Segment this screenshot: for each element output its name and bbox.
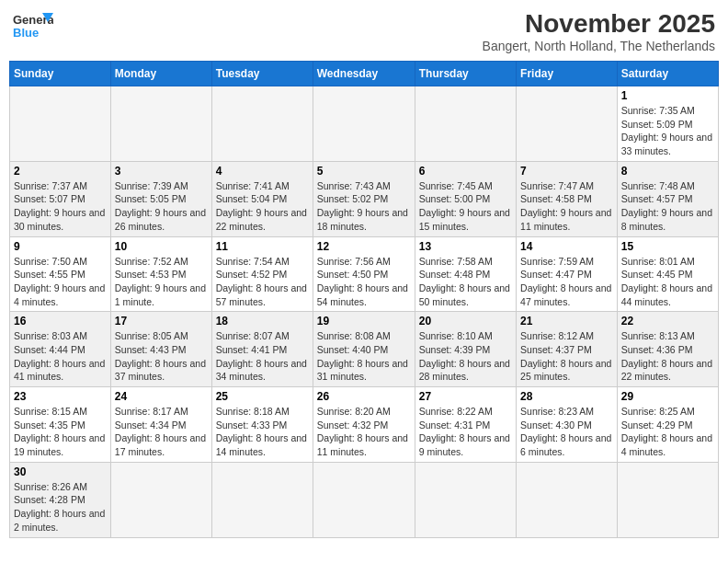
day-number: 28 xyxy=(520,390,613,403)
day-info: Sunrise: 8:17 AM Sunset: 4:34 PM Dayligh… xyxy=(115,405,208,459)
calendar-header-thursday: Thursday xyxy=(415,62,516,86)
day-info: Sunrise: 7:41 AM Sunset: 5:04 PM Dayligh… xyxy=(216,179,309,234)
day-info: Sunrise: 7:56 AM Sunset: 4:50 PM Dayligh… xyxy=(317,255,411,309)
calendar-day-cell: 20Sunrise: 8:10 AM Sunset: 4:39 PM Dayli… xyxy=(415,312,516,387)
day-info: Sunrise: 8:20 AM Sunset: 4:32 PM Dayligh… xyxy=(317,405,411,459)
calendar-day-cell: 1Sunrise: 7:35 AM Sunset: 5:09 PM Daylig… xyxy=(617,86,718,162)
day-number: 6 xyxy=(419,165,512,178)
calendar-header-row: SundayMondayTuesdayWednesdayThursdayFrid… xyxy=(10,62,719,86)
calendar-day-cell: 12Sunrise: 7:56 AM Sunset: 4:50 PM Dayli… xyxy=(313,236,415,312)
day-number: 20 xyxy=(419,315,512,327)
day-number: 14 xyxy=(520,240,613,253)
location-subtitle: Bangert, North Holland, The Netherlands xyxy=(483,39,715,53)
day-info: Sunrise: 7:43 AM Sunset: 5:02 PM Dayligh… xyxy=(317,179,411,234)
calendar-day-cell: 11Sunrise: 7:54 AM Sunset: 4:52 PM Dayli… xyxy=(211,236,313,312)
calendar-week-row: 16Sunrise: 8:03 AM Sunset: 4:44 PM Dayli… xyxy=(10,312,719,387)
calendar-day-cell xyxy=(211,86,313,162)
calendar-day-cell: 16Sunrise: 8:03 AM Sunset: 4:44 PM Dayli… xyxy=(10,312,111,387)
day-info: Sunrise: 8:05 AM Sunset: 4:43 PM Dayligh… xyxy=(115,329,208,384)
day-number: 24 xyxy=(115,390,208,403)
calendar-day-cell xyxy=(415,462,516,537)
calendar-day-cell: 15Sunrise: 8:01 AM Sunset: 4:45 PM Dayli… xyxy=(617,236,718,312)
calendar-day-cell: 13Sunrise: 7:58 AM Sunset: 4:48 PM Dayli… xyxy=(415,236,516,312)
day-info: Sunrise: 7:39 AM Sunset: 5:05 PM Dayligh… xyxy=(115,179,208,234)
day-number: 19 xyxy=(317,315,411,327)
calendar-day-cell xyxy=(313,86,415,162)
calendar-day-cell: 6Sunrise: 7:45 AM Sunset: 5:00 PM Daylig… xyxy=(415,161,516,236)
day-info: Sunrise: 8:03 AM Sunset: 4:44 PM Dayligh… xyxy=(14,329,107,384)
calendar-day-cell: 2Sunrise: 7:37 AM Sunset: 5:07 PM Daylig… xyxy=(10,161,111,236)
day-info: Sunrise: 7:58 AM Sunset: 4:48 PM Dayligh… xyxy=(419,255,512,309)
day-number: 18 xyxy=(216,315,309,327)
title-section: November 2025 Bangert, North Holland, Th… xyxy=(483,9,715,53)
calendar-day-cell: 25Sunrise: 8:18 AM Sunset: 4:33 PM Dayli… xyxy=(211,387,313,463)
logo: General Blue xyxy=(13,9,53,42)
calendar-day-cell xyxy=(313,462,415,537)
day-number: 23 xyxy=(14,390,107,403)
calendar-day-cell: 8Sunrise: 7:48 AM Sunset: 4:57 PM Daylig… xyxy=(617,161,718,236)
calendar-week-row: 23Sunrise: 8:15 AM Sunset: 4:35 PM Dayli… xyxy=(10,387,719,463)
day-number: 26 xyxy=(317,390,411,403)
calendar-day-cell: 10Sunrise: 7:52 AM Sunset: 4:53 PM Dayli… xyxy=(110,236,211,312)
day-number: 12 xyxy=(317,240,411,253)
calendar-day-cell: 22Sunrise: 8:13 AM Sunset: 4:36 PM Dayli… xyxy=(617,312,718,387)
calendar-day-cell: 21Sunrise: 8:12 AM Sunset: 4:37 PM Dayli… xyxy=(517,312,618,387)
month-title: November 2025 xyxy=(483,9,715,39)
calendar-day-cell: 29Sunrise: 8:25 AM Sunset: 4:29 PM Dayli… xyxy=(617,387,718,463)
day-number: 2 xyxy=(14,165,107,178)
day-info: Sunrise: 8:08 AM Sunset: 4:40 PM Dayligh… xyxy=(317,329,411,384)
day-info: Sunrise: 8:25 AM Sunset: 4:29 PM Dayligh… xyxy=(621,405,714,459)
day-number: 25 xyxy=(216,390,309,403)
generalblue-logo-icon: General Blue xyxy=(13,9,53,42)
day-info: Sunrise: 8:01 AM Sunset: 4:45 PM Dayligh… xyxy=(621,255,714,309)
day-info: Sunrise: 7:59 AM Sunset: 4:47 PM Dayligh… xyxy=(520,255,613,309)
calendar-day-cell xyxy=(415,86,516,162)
calendar-day-cell: 3Sunrise: 7:39 AM Sunset: 5:05 PM Daylig… xyxy=(110,161,211,236)
calendar-week-row: 30Sunrise: 8:26 AM Sunset: 4:28 PM Dayli… xyxy=(10,462,719,537)
day-info: Sunrise: 8:13 AM Sunset: 4:36 PM Dayligh… xyxy=(621,329,714,384)
calendar-day-cell: 9Sunrise: 7:50 AM Sunset: 4:55 PM Daylig… xyxy=(10,236,111,312)
calendar-day-cell: 26Sunrise: 8:20 AM Sunset: 4:32 PM Dayli… xyxy=(313,387,415,463)
day-number: 17 xyxy=(115,315,208,327)
calendar-day-cell: 4Sunrise: 7:41 AM Sunset: 5:04 PM Daylig… xyxy=(211,161,313,236)
day-info: Sunrise: 7:37 AM Sunset: 5:07 PM Dayligh… xyxy=(14,179,107,234)
day-number: 15 xyxy=(621,240,714,253)
day-number: 10 xyxy=(115,240,208,253)
day-number: 22 xyxy=(621,315,714,327)
calendar-day-cell: 18Sunrise: 8:07 AM Sunset: 4:41 PM Dayli… xyxy=(211,312,313,387)
day-number: 16 xyxy=(14,315,107,327)
calendar-day-cell: 27Sunrise: 8:22 AM Sunset: 4:31 PM Dayli… xyxy=(415,387,516,463)
day-info: Sunrise: 8:18 AM Sunset: 4:33 PM Dayligh… xyxy=(216,405,309,459)
day-number: 11 xyxy=(216,240,309,253)
day-number: 7 xyxy=(520,165,613,178)
calendar-header-wednesday: Wednesday xyxy=(313,62,415,86)
calendar-day-cell xyxy=(617,462,718,537)
calendar-week-row: 1Sunrise: 7:35 AM Sunset: 5:09 PM Daylig… xyxy=(10,86,719,162)
calendar-table: SundayMondayTuesdayWednesdayThursdayFrid… xyxy=(9,61,719,538)
calendar-week-row: 2Sunrise: 7:37 AM Sunset: 5:07 PM Daylig… xyxy=(10,161,719,236)
day-number: 1 xyxy=(621,89,714,102)
page-header: General Blue November 2025 Bangert, Nort… xyxy=(9,9,719,53)
calendar-header-friday: Friday xyxy=(517,62,618,86)
svg-text:Blue: Blue xyxy=(13,26,39,40)
calendar-day-cell: 19Sunrise: 8:08 AM Sunset: 4:40 PM Dayli… xyxy=(313,312,415,387)
calendar-day-cell: 28Sunrise: 8:23 AM Sunset: 4:30 PM Dayli… xyxy=(517,387,618,463)
day-info: Sunrise: 7:45 AM Sunset: 5:00 PM Dayligh… xyxy=(419,179,512,234)
calendar-day-cell xyxy=(110,86,211,162)
calendar-day-cell: 30Sunrise: 8:26 AM Sunset: 4:28 PM Dayli… xyxy=(10,462,111,537)
day-info: Sunrise: 8:26 AM Sunset: 4:28 PM Dayligh… xyxy=(14,480,107,534)
day-info: Sunrise: 8:07 AM Sunset: 4:41 PM Dayligh… xyxy=(216,329,309,384)
day-info: Sunrise: 7:48 AM Sunset: 4:57 PM Dayligh… xyxy=(621,179,714,234)
day-number: 29 xyxy=(621,390,714,403)
calendar-day-cell xyxy=(211,462,313,537)
day-number: 5 xyxy=(317,165,411,178)
day-number: 13 xyxy=(419,240,512,253)
day-number: 8 xyxy=(621,165,714,178)
calendar-day-cell: 7Sunrise: 7:47 AM Sunset: 4:58 PM Daylig… xyxy=(517,161,618,236)
calendar-day-cell: 17Sunrise: 8:05 AM Sunset: 4:43 PM Dayli… xyxy=(110,312,211,387)
calendar-week-row: 9Sunrise: 7:50 AM Sunset: 4:55 PM Daylig… xyxy=(10,236,719,312)
day-info: Sunrise: 7:54 AM Sunset: 4:52 PM Dayligh… xyxy=(216,255,309,309)
calendar-day-cell: 5Sunrise: 7:43 AM Sunset: 5:02 PM Daylig… xyxy=(313,161,415,236)
day-number: 4 xyxy=(216,165,309,178)
calendar-day-cell: 24Sunrise: 8:17 AM Sunset: 4:34 PM Dayli… xyxy=(110,387,211,463)
